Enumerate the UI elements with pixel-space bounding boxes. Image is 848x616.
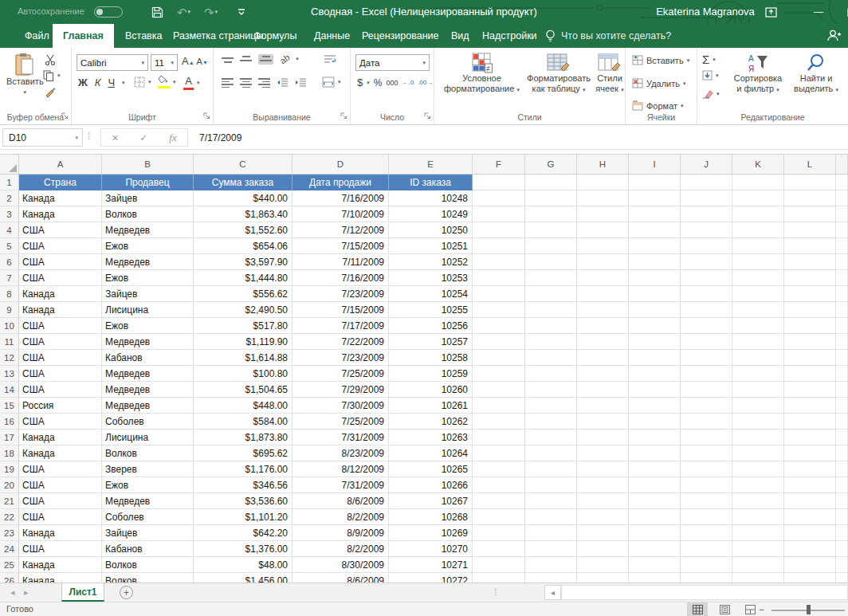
cell-L24[interactable] bbox=[784, 541, 836, 557]
cell-I2[interactable] bbox=[629, 190, 681, 206]
cell-J17[interactable] bbox=[681, 430, 732, 445]
cell-H4[interactable] bbox=[577, 222, 629, 238]
tell-me-box[interactable]: Что вы хотите сделать? bbox=[545, 24, 671, 48]
cell-E26[interactable]: 10272 bbox=[389, 573, 473, 583]
row-header-11[interactable]: 11 bbox=[0, 334, 19, 350]
share-person-icon[interactable] bbox=[826, 28, 842, 47]
cell-K23[interactable] bbox=[732, 525, 784, 541]
number-format-select[interactable]: Дата▾ bbox=[355, 54, 430, 71]
cell-H12[interactable] bbox=[577, 350, 629, 366]
delete-cells-button[interactable]: Удалить▾ bbox=[632, 78, 686, 88]
cell-I25[interactable] bbox=[629, 557, 681, 573]
underline-button[interactable]: Ч bbox=[108, 77, 115, 88]
cell-C11[interactable]: $1,119.90 bbox=[194, 334, 292, 350]
cell-G26[interactable] bbox=[525, 573, 577, 583]
clear-button[interactable]: ▾ bbox=[702, 89, 720, 99]
column-header-I[interactable]: I bbox=[629, 155, 681, 175]
cell-F3[interactable] bbox=[473, 206, 525, 222]
column-header-A[interactable]: A bbox=[19, 155, 102, 175]
cell-J21[interactable] bbox=[681, 493, 732, 509]
cell-K4[interactable] bbox=[732, 222, 784, 238]
cell-I12[interactable] bbox=[629, 350, 681, 366]
cell-B3[interactable]: Волков bbox=[102, 206, 194, 222]
row-header-12[interactable]: 12 bbox=[0, 350, 19, 366]
column-header-E[interactable]: E bbox=[389, 155, 473, 175]
cell-A19[interactable]: США bbox=[19, 461, 102, 477]
cell-A5[interactable]: США bbox=[19, 238, 102, 254]
cell-M5[interactable] bbox=[836, 238, 848, 254]
cell-E6[interactable]: 10252 bbox=[389, 254, 473, 270]
cell-G22[interactable] bbox=[525, 509, 577, 525]
cell-A9[interactable]: Канада bbox=[19, 302, 102, 318]
clipboard-dialog-launcher[interactable] bbox=[61, 112, 69, 121]
cell-G20[interactable] bbox=[525, 477, 577, 493]
merge-center-button[interactable]: ▾ bbox=[322, 77, 341, 88]
cell-F2[interactable] bbox=[473, 190, 525, 206]
cell-A16[interactable]: США bbox=[19, 414, 102, 430]
cell-I17[interactable] bbox=[629, 430, 681, 445]
cell-A4[interactable]: США bbox=[19, 222, 102, 238]
cell-G8[interactable] bbox=[525, 286, 577, 302]
cell-L25[interactable] bbox=[784, 557, 836, 573]
cell-D5[interactable]: 7/15/2009 bbox=[292, 238, 389, 254]
cell-E20[interactable]: 10266 bbox=[389, 477, 473, 493]
cell-L23[interactable] bbox=[784, 525, 836, 541]
cell-L5[interactable] bbox=[784, 238, 836, 254]
cell-C6[interactable]: $3,597.90 bbox=[194, 254, 292, 270]
sort-filter-button[interactable]: АЯ Сортировка и фильтр ▾ bbox=[729, 53, 787, 95]
column-header-H[interactable]: H bbox=[577, 155, 629, 175]
cell-K25[interactable] bbox=[732, 557, 784, 573]
row-header-13[interactable]: 13 bbox=[0, 366, 19, 382]
row-header-15[interactable]: 15 bbox=[0, 398, 19, 414]
cell-B1[interactable]: Продавец bbox=[102, 175, 194, 190]
cell-L4[interactable] bbox=[784, 222, 836, 238]
cell-J11[interactable] bbox=[681, 334, 732, 350]
cell-J10[interactable] bbox=[681, 318, 732, 334]
decrease-decimal-button[interactable]: .00→ bbox=[418, 79, 433, 86]
cell-M17[interactable] bbox=[836, 430, 848, 445]
cell-A3[interactable]: Канада bbox=[19, 206, 102, 222]
cell-M4[interactable] bbox=[836, 222, 848, 238]
cell-E23[interactable]: 10269 bbox=[389, 525, 473, 541]
cell-E24[interactable]: 10270 bbox=[389, 541, 473, 557]
cell-D15[interactable]: 7/30/2009 bbox=[292, 398, 389, 414]
cell-G11[interactable] bbox=[525, 334, 577, 350]
cell-A8[interactable]: Канада bbox=[19, 286, 102, 302]
cell-B19[interactable]: Зверев bbox=[102, 461, 194, 477]
column-header-B[interactable]: B bbox=[102, 155, 194, 175]
cell-C16[interactable]: $584.00 bbox=[194, 414, 292, 430]
autosum-button[interactable]: Σ▾ bbox=[702, 53, 716, 66]
cell-C18[interactable]: $695.62 bbox=[194, 445, 292, 461]
select-all-button[interactable] bbox=[0, 155, 19, 175]
find-select-button[interactable]: Найти и выделить ▾ bbox=[790, 53, 842, 95]
cell-B6[interactable]: Медведев bbox=[102, 254, 194, 270]
cell-A11[interactable]: США bbox=[19, 334, 102, 350]
cell-A20[interactable]: США bbox=[19, 477, 102, 493]
currency-dropdown-arrow[interactable]: ▾ bbox=[367, 80, 370, 86]
cell-K13[interactable] bbox=[732, 366, 784, 382]
cell-E19[interactable]: 10265 bbox=[389, 461, 473, 477]
cell-D8[interactable]: 7/23/2009 bbox=[292, 286, 389, 302]
format-as-table-button[interactable]: Форматировать как таблицу ▾ bbox=[524, 53, 594, 95]
conditional-formatting-button[interactable]: ≠ Условное форматирование ▾ bbox=[444, 53, 520, 95]
cell-L8[interactable] bbox=[784, 286, 836, 302]
align-middle-button[interactable] bbox=[240, 56, 252, 63]
row-header-18[interactable]: 18 bbox=[0, 445, 19, 461]
cell-D25[interactable]: 8/30/2009 bbox=[292, 557, 389, 573]
cell-D24[interactable]: 8/2/2009 bbox=[292, 541, 389, 557]
cell-B16[interactable]: Соболев bbox=[102, 414, 194, 430]
cell-C14[interactable]: $1,504.65 bbox=[194, 382, 292, 398]
cell-I6[interactable] bbox=[629, 254, 681, 270]
row-header-8[interactable]: 8 bbox=[0, 286, 19, 302]
cell-B9[interactable]: Лисицина bbox=[102, 302, 194, 318]
cell-L6[interactable] bbox=[784, 254, 836, 270]
cell-C20[interactable]: $346.56 bbox=[194, 477, 292, 493]
cell-J12[interactable] bbox=[681, 350, 732, 366]
cell-L10[interactable] bbox=[784, 318, 836, 334]
cell-D19[interactable]: 8/12/2009 bbox=[292, 461, 389, 477]
cell-E12[interactable]: 10258 bbox=[389, 350, 473, 366]
cell-L9[interactable] bbox=[784, 302, 836, 318]
increase-indent-button[interactable] bbox=[295, 77, 307, 89]
cell-H22[interactable] bbox=[577, 509, 629, 525]
cell-I18[interactable] bbox=[629, 445, 681, 461]
